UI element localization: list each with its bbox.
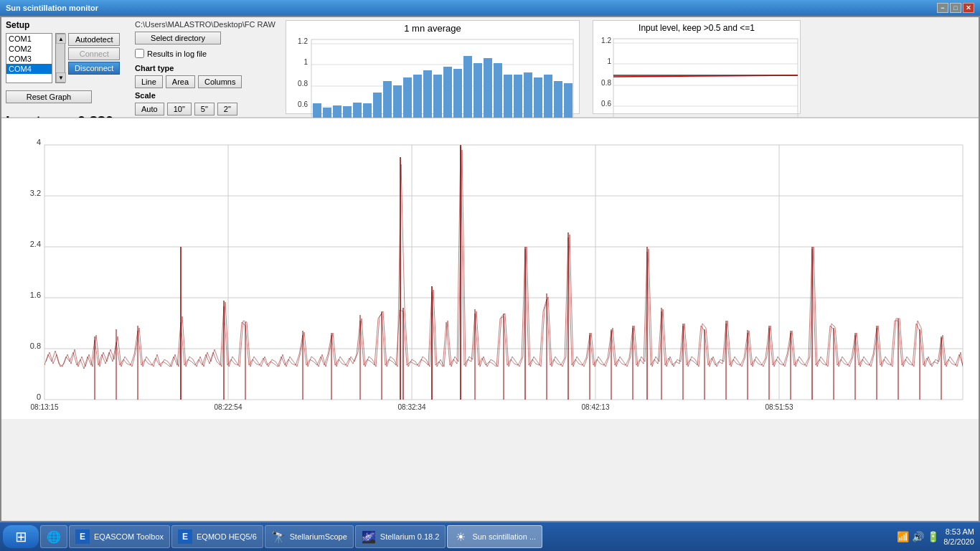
auto-scale-button[interactable]: Auto — [135, 103, 164, 116]
network-icon: 📶 — [897, 531, 909, 542]
com3-item[interactable]: COM3 — [6, 54, 52, 64]
area-button[interactable]: Area — [166, 75, 195, 88]
taskbar-sun-scintillation[interactable]: ☀ Sun scintillation ... — [447, 525, 542, 548]
svg-text:08:32:34: 08:32:34 — [398, 403, 426, 411]
close-button[interactable]: ✕ — [963, 3, 974, 13]
sys-icons: 📶 🔊 🔋 — [897, 531, 939, 542]
setup-label: Setup — [6, 20, 128, 30]
svg-text:08:42:13: 08:42:13 — [582, 403, 610, 411]
com1-item[interactable]: COM1 — [6, 34, 52, 44]
svg-text:1.2: 1.2 — [601, 37, 611, 44]
main-chart-svg: 0 0.8 1.6 2.4 3.2 4 08:13:15 08:22:54 08… — [1, 121, 980, 415]
svg-text:08:22:54: 08:22:54 — [215, 403, 242, 411]
stellariumscope-icon: 🔭 — [271, 529, 286, 544]
title-bar-controls: − □ ✕ — [937, 3, 974, 13]
maximize-button[interactable]: □ — [950, 3, 961, 13]
taskbar-eqascom-label: EQASCOM Toolbox — [94, 532, 164, 541]
svg-text:1.6: 1.6 — [30, 291, 41, 299]
clock-date: 8/2/2020 — [943, 537, 974, 547]
main-window: Setup COM1 COM2 COM3 COM4 ▲ ▼ Autodet — [0, 16, 980, 522]
reset-graph-button[interactable]: Reset Graph — [6, 90, 92, 103]
title-bar-text: Sun scintillation monitor — [6, 4, 98, 12]
battery-icon: 🔋 — [927, 531, 939, 542]
com-buttons: Autodetect Connect Disconnect — [68, 33, 120, 75]
chrome-icon: 🌐 — [47, 529, 61, 544]
results-log-label: Results in log file — [147, 50, 207, 58]
connect-button[interactable]: Connect — [68, 47, 120, 60]
taskbar-sun-label: Sun scintillation ... — [472, 532, 536, 541]
scale-5-button[interactable]: 5" — [194, 103, 215, 116]
taskbar-stellarium[interactable]: 🌌 Stellarium 0.18.2 — [355, 525, 446, 548]
avg-chart-title: 1 mn average — [286, 21, 579, 36]
svg-text:2.4: 2.4 — [30, 240, 41, 248]
autodetect-button[interactable]: Autodetect — [68, 33, 120, 46]
taskbar: ⊞ 🌐 E EQASCOM Toolbox E EQMOD HEQ5/6 🔭 S… — [0, 522, 980, 551]
scroll-down-button[interactable]: ▼ — [56, 72, 66, 83]
scale-2-button[interactable]: 2" — [217, 103, 237, 116]
volume-icon: 🔊 — [912, 531, 924, 542]
com-port-listbox[interactable]: COM1 COM2 COM3 COM4 — [6, 33, 52, 83]
line-button[interactable]: Line — [135, 75, 163, 88]
com-scrollbar[interactable]: ▲ ▼ — [55, 33, 65, 83]
eqmod-icon: E — [178, 529, 192, 544]
scroll-up-button[interactable]: ▲ — [56, 34, 66, 44]
taskbar-right: 📶 🔊 🔋 8:53 AM 8/2/2020 — [897, 527, 977, 547]
taskbar-chrome[interactable]: 🌐 — [40, 525, 67, 548]
columns-button[interactable]: Columns — [198, 75, 242, 88]
svg-text:1: 1 — [303, 58, 308, 66]
stellarium-icon: 🌌 — [362, 529, 376, 544]
svg-text:0.6: 0.6 — [298, 100, 308, 108]
title-bar: Sun scintillation monitor − □ ✕ — [0, 0, 980, 16]
scale-label: Scale — [135, 91, 278, 100]
com4-item[interactable]: COM4 — [6, 64, 52, 74]
svg-text:0.8: 0.8 — [298, 80, 308, 88]
input-chart-title: Input level, keep >0.5 and <=1 — [593, 21, 800, 35]
svg-text:0.8: 0.8 — [30, 342, 41, 350]
com2-item[interactable]: COM2 — [6, 44, 52, 54]
svg-text:1: 1 — [607, 57, 611, 65]
chart-type-buttons: Line Area Columns — [135, 75, 278, 88]
results-log-row: Results in log file — [135, 49, 278, 58]
select-directory-button[interactable]: Select directory — [135, 32, 221, 44]
svg-text:0: 0 — [37, 392, 41, 401]
start-button[interactable]: ⊞ — [3, 525, 39, 548]
eqascom-icon: E — [75, 529, 90, 544]
taskbar-stellariumscope-label: StellariumScope — [290, 532, 347, 541]
taskbar-eqmod-label: EQMOD HEQ5/6 — [197, 532, 257, 541]
disconnect-button[interactable]: Disconnect — [68, 62, 120, 75]
chart-type-label: Chart type — [135, 64, 278, 72]
svg-text:08:51:53: 08:51:53 — [765, 403, 793, 411]
svg-text:0.8: 0.8 — [601, 79, 611, 87]
taskbar-eqmod[interactable]: E EQMOD HEQ5/6 — [171, 525, 263, 548]
main-waveform — [44, 143, 963, 400]
minimize-button[interactable]: − — [937, 3, 948, 13]
taskbar-eqascom[interactable]: E EQASCOM Toolbox — [69, 525, 170, 548]
right-controls: C:\Users\MALASTRO\Desktop\FC RAW Select … — [135, 20, 278, 114]
setup-panel: Setup COM1 COM2 COM3 COM4 ▲ ▼ Autodet — [6, 20, 128, 114]
results-log-checkbox[interactable] — [135, 49, 144, 58]
avg-chart-container: 1 mn average 0 0.2 0.4 0.6 0.8 1 1.2 — [286, 20, 580, 114]
svg-text:3.2: 3.2 — [30, 189, 41, 197]
main-chart-area: 0 0.8 1.6 2.4 3.2 4 08:13:15 08:22:54 08… — [1, 118, 979, 419]
path-label: C:\Users\MALASTRO\Desktop\FC RAW — [135, 20, 278, 29]
svg-text:08:13:15: 08:13:15 — [31, 403, 59, 411]
input-chart-container: Input level, keep >0.5 and <=1 0 0.2 0.4… — [593, 20, 801, 114]
svg-text:1.2: 1.2 — [298, 37, 308, 45]
sun-icon: ☀ — [453, 529, 468, 544]
clock[interactable]: 8:53 AM 8/2/2020 — [943, 527, 974, 547]
scale-buttons: Auto 10" 5" 2" — [135, 103, 278, 116]
taskbar-stellariumscope[interactable]: 🔭 StellariumScope — [265, 525, 354, 548]
svg-text:4: 4 — [37, 138, 41, 146]
clock-time: 8:53 AM — [946, 527, 974, 537]
com-list-row: COM1 COM2 COM3 COM4 ▲ ▼ Autodetect Conne… — [6, 33, 128, 83]
taskbar-stellarium-label: Stellarium 0.18.2 — [380, 532, 440, 541]
svg-text:0.6: 0.6 — [601, 100, 611, 108]
top-controls: Setup COM1 COM2 COM3 COM4 ▲ ▼ Autodet — [1, 17, 979, 118]
scale-10-button[interactable]: 10" — [167, 103, 192, 116]
